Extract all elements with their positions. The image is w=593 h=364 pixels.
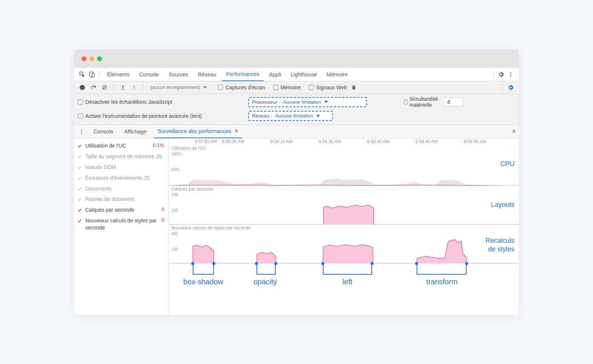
drawer-close-icon[interactable]: × (512, 128, 516, 135)
metrics-sidebar: Utilisation de l'UC 0.1% Taille du segme… (74, 138, 169, 315)
window-titlebar (74, 49, 519, 68)
drawer-tab-perfmonitor[interactable]: Surveillance des performances × (154, 125, 242, 138)
chart-cpu: Utilisation de l'UC 100% 50% CPU (169, 145, 519, 186)
window-traffic-lights (82, 56, 102, 61)
svg-point-4 (510, 74, 511, 75)
svg-point-8 (81, 131, 82, 132)
chart-annotations: box-shadow opacity left transform (169, 264, 519, 289)
tab-sources[interactable]: Sources (164, 68, 193, 81)
metric-js-heap[interactable]: Taille du segment de mémoire JS (74, 151, 169, 162)
window-minimize-button[interactable] (89, 56, 94, 61)
metric-cpu-usage[interactable]: Utilisation de l'UC 0.1% (74, 140, 169, 151)
device-toggle-icon[interactable] (87, 70, 96, 79)
chart-recalcs: Nouveaux calculs de styles par seconde 2… (169, 225, 519, 264)
screenshots-checkbox[interactable]: Captures d'écran (218, 85, 265, 90)
download-profile-icon[interactable] (129, 83, 138, 92)
metric-frames[interactable]: Frames de document (74, 194, 169, 205)
hw-concurrency-value[interactable]: 8 (443, 97, 463, 106)
charts-pane: 9:57:50 AM 9:58:00 AM 9:58:10 AM 9:58:20… (169, 138, 519, 315)
disable-js-samples-checkbox[interactable]: Désactiver les échantillons JavaScript (78, 99, 248, 105)
close-tab-icon[interactable]: × (234, 127, 238, 135)
devtools-window: Éléments Console Sources Réseau Performa… (74, 49, 519, 315)
tab-lighthouse[interactable]: Lighthouse (286, 68, 321, 81)
anno-opacity: opacity (254, 278, 277, 286)
anno-box-shadow: box-shadow (183, 278, 223, 286)
metric-layouts-per-sec[interactable]: Calques par seconde 0 (74, 205, 169, 215)
chevron-down-icon (203, 86, 207, 89)
tab-elements[interactable]: Éléments (103, 68, 134, 81)
tab-network[interactable]: Réseau (193, 68, 221, 81)
hw-concurrency-checkbox[interactable]: Simultanéité matérielle 8 (404, 96, 463, 108)
tab-console[interactable]: Console (135, 68, 163, 81)
chart-layouts: Calques par seconde 200 100 Layouts (169, 186, 519, 225)
metric-style-recalcs-per-sec[interactable]: Nouveaux calculs de styles par seconde 0 (74, 215, 169, 233)
network-throttle-select[interactable]: Réseau : Aucune limitation (248, 111, 333, 121)
tab-memory[interactable]: Mémoire (322, 68, 352, 81)
chevron-down-icon (324, 101, 328, 103)
trash-icon[interactable] (349, 83, 358, 92)
metric-js-listeners[interactable]: Écouteurs d'événements JS (74, 173, 169, 183)
recording-select[interactable]: (aucun enregistrement) (148, 83, 210, 91)
drawer-tab-console[interactable]: Console (90, 125, 117, 138)
metric-documents[interactable]: Documents (74, 183, 169, 194)
record-button[interactable] (78, 83, 87, 92)
window-zoom-button[interactable] (97, 56, 102, 61)
perf-toolbar: (aucun enregistrement) Captures d'écran … (74, 81, 519, 94)
adv-paint-checkbox[interactable]: Activer l'instrumentation de peinture av… (78, 113, 248, 119)
time-axis: 9:57:50 AM 9:58:00 AM 9:58:10 AM 9:58:20… (169, 138, 519, 145)
more-menu-icon[interactable] (506, 70, 515, 79)
drawer-tab-rendering[interactable]: Affichage (120, 125, 150, 138)
webvitals-checkbox[interactable]: Signaux Web (309, 85, 347, 90)
anno-left: left (342, 278, 352, 286)
svg-point-9 (81, 133, 82, 134)
perf-settings-pane: Désactiver les échantillons JavaScript P… (74, 94, 519, 125)
svg-point-3 (510, 72, 511, 73)
tab-performance[interactable]: Performances (222, 68, 264, 81)
anno-transform: transform (426, 278, 457, 286)
svg-point-7 (81, 129, 82, 130)
drawer-tabs: Console Affichage Surveillance des perfo… (74, 125, 519, 138)
cpu-throttle-select[interactable]: Processeur : Aucune limitation (248, 97, 367, 107)
settings-gear-icon[interactable] (497, 70, 506, 79)
metric-dom-nodes[interactable]: Nœuds DOM (74, 162, 169, 173)
inspect-element-icon[interactable] (78, 70, 87, 79)
tab-application[interactable]: Appli (265, 68, 285, 81)
reload-record-button[interactable] (89, 83, 98, 92)
upload-profile-icon[interactable] (118, 83, 127, 92)
window-close-button[interactable] (82, 56, 86, 61)
memory-checkbox[interactable]: Mémoire (273, 85, 301, 90)
svg-point-5 (510, 76, 511, 77)
perf-settings-gear-icon[interactable] (506, 83, 515, 92)
perf-monitor-body: Utilisation de l'UC 0.1% Taille du segme… (74, 138, 519, 315)
devtools-tabs: Éléments Console Sources Réseau Performa… (74, 68, 519, 81)
recording-select-value: (aucun enregistrement) (150, 85, 200, 90)
clear-button[interactable] (100, 83, 109, 92)
svg-rect-2 (92, 73, 95, 77)
chevron-down-icon (316, 115, 320, 117)
drawer-more-icon[interactable] (77, 127, 86, 136)
